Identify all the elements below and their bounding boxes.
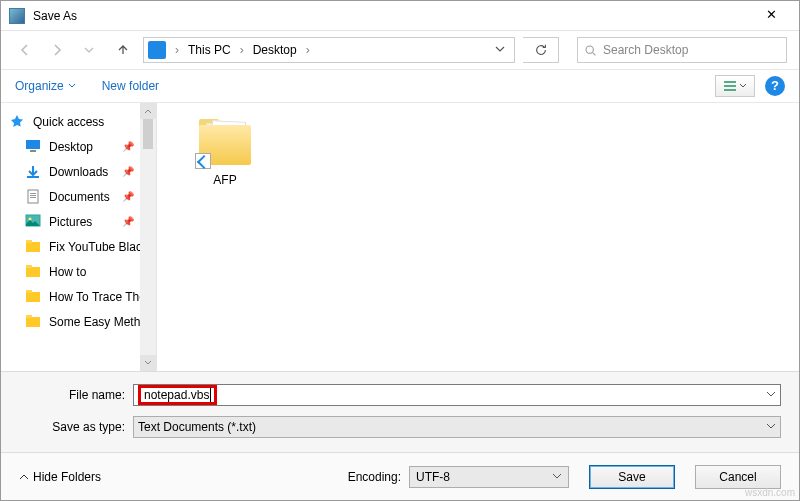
star-icon: [9, 114, 27, 130]
dialog-footer: Hide Folders Encoding: UTF-8 Save Cancel: [1, 452, 799, 500]
pin-icon: 📌: [122, 191, 134, 202]
chevron-down-icon[interactable]: [552, 470, 562, 484]
file-name-input[interactable]: notepad.vbs: [133, 384, 781, 406]
svg-rect-17: [26, 292, 40, 302]
hide-folders-button[interactable]: Hide Folders: [19, 470, 101, 484]
svg-rect-4: [26, 140, 40, 149]
sidebar-item-label: Downloads: [49, 165, 108, 179]
refresh-button[interactable]: [523, 37, 559, 63]
forward-button[interactable]: [45, 38, 69, 62]
nav-toolbar: › This PC › Desktop › Search Desktop: [1, 31, 799, 69]
file-name-value: notepad.vbs: [144, 388, 209, 402]
folder-icon: [25, 264, 43, 280]
svg-rect-3: [724, 89, 736, 91]
breadcrumb-segment[interactable]: Desktop: [247, 43, 303, 57]
nav-tree: Quick access Desktop 📌 Downloads 📌 Docum…: [1, 103, 157, 371]
pictures-icon: [25, 214, 43, 230]
sidebar-item-downloads[interactable]: Downloads 📌: [9, 159, 156, 184]
file-item-label: AFP: [185, 173, 265, 187]
file-name-label: File name:: [19, 388, 133, 402]
red-highlight: notepad.vbs: [138, 385, 217, 405]
sidebar-item-folder[interactable]: Some Easy Method: [9, 309, 156, 334]
command-bar: Organize New folder ?: [1, 69, 799, 103]
back-button[interactable]: [13, 38, 37, 62]
sidebar-item-documents[interactable]: Documents 📌: [9, 184, 156, 209]
search-placeholder: Search Desktop: [603, 43, 688, 57]
chevron-right-icon[interactable]: ›: [303, 43, 313, 57]
chevron-right-icon[interactable]: ›: [237, 43, 247, 57]
save-label: Save: [618, 470, 645, 484]
search-icon: [584, 44, 597, 57]
chevron-down-icon[interactable]: [766, 420, 776, 434]
organize-button[interactable]: Organize: [15, 79, 76, 93]
search-input[interactable]: Search Desktop: [577, 37, 787, 63]
quick-access-header[interactable]: Quick access: [9, 109, 156, 134]
file-list-pane[interactable]: AFP: [157, 103, 799, 371]
encoding-dropdown[interactable]: UTF-8: [409, 466, 569, 488]
desktop-icon: [25, 139, 43, 155]
sidebar-item-folder[interactable]: How To Trace The: [9, 284, 156, 309]
scroll-up-arrow[interactable]: [140, 103, 156, 119]
sidebar-item-label: Some Easy Method: [49, 315, 154, 329]
pin-icon: 📌: [122, 141, 134, 152]
notepad-icon: [9, 8, 25, 24]
titlebar: Save As ✕: [1, 1, 799, 31]
save-type-value: Text Documents (*.txt): [138, 420, 256, 434]
save-type-label: Save as type:: [19, 420, 133, 434]
svg-rect-14: [26, 240, 32, 243]
pin-icon: 📌: [122, 166, 134, 177]
chevron-right-icon[interactable]: ›: [172, 43, 182, 57]
sidebar-item-folder[interactable]: Fix YouTube Black: [9, 234, 156, 259]
recent-locations[interactable]: [77, 38, 101, 62]
scrollbar-thumb[interactable]: [143, 119, 153, 149]
folder-icon: [25, 314, 43, 330]
svg-rect-19: [26, 317, 40, 327]
quick-access-label: Quick access: [33, 115, 104, 129]
new-folder-button[interactable]: New folder: [102, 79, 159, 93]
main-area: Quick access Desktop 📌 Downloads 📌 Docum…: [1, 103, 799, 371]
up-button[interactable]: [111, 38, 135, 62]
text-cursor: [210, 388, 211, 402]
chevron-up-icon: [19, 472, 29, 482]
save-form: File name: notepad.vbs Save as type: Tex…: [1, 371, 799, 452]
list-item[interactable]: AFP: [185, 117, 265, 187]
views-button[interactable]: [715, 75, 755, 97]
svg-rect-9: [30, 195, 36, 196]
sidebar-scrollbar[interactable]: [140, 103, 156, 371]
address-bar[interactable]: › This PC › Desktop ›: [143, 37, 515, 63]
folder-shortcut-icon: [195, 117, 255, 169]
downloads-icon: [25, 164, 43, 180]
cancel-button[interactable]: Cancel: [695, 465, 781, 489]
scroll-down-arrow[interactable]: [140, 355, 156, 371]
svg-rect-18: [26, 290, 32, 293]
window-title: Save As: [33, 9, 751, 23]
svg-rect-2: [724, 85, 736, 87]
new-folder-label: New folder: [102, 79, 159, 93]
svg-rect-15: [26, 267, 40, 277]
save-button[interactable]: Save: [589, 465, 675, 489]
cancel-label: Cancel: [719, 470, 756, 484]
breadcrumb-segment[interactable]: This PC: [182, 43, 237, 57]
sidebar-item-folder[interactable]: How to: [9, 259, 156, 284]
svg-rect-7: [28, 190, 38, 203]
chevron-down-icon[interactable]: [766, 388, 776, 402]
folder-icon: [25, 289, 43, 305]
sidebar-item-pictures[interactable]: Pictures 📌: [9, 209, 156, 234]
svg-rect-16: [26, 265, 32, 268]
sidebar-item-desktop[interactable]: Desktop 📌: [9, 134, 156, 159]
sidebar-item-label: Pictures: [49, 215, 92, 229]
encoding-value: UTF-8: [416, 470, 450, 484]
svg-rect-13: [26, 242, 40, 252]
svg-rect-8: [30, 193, 36, 194]
encoding-label: Encoding:: [348, 470, 401, 484]
svg-rect-10: [30, 197, 36, 198]
close-button[interactable]: ✕: [751, 2, 791, 30]
save-type-dropdown[interactable]: Text Documents (*.txt): [133, 416, 781, 438]
breadcrumb-dropdown[interactable]: [490, 43, 510, 57]
sidebar-item-label: Fix YouTube Black: [49, 240, 148, 254]
thispc-icon: [148, 41, 166, 59]
sidebar-item-label: How To Trace The: [49, 290, 146, 304]
documents-icon: [25, 189, 43, 205]
help-button[interactable]: ?: [765, 76, 785, 96]
watermark: wsxdn.com: [745, 487, 795, 498]
